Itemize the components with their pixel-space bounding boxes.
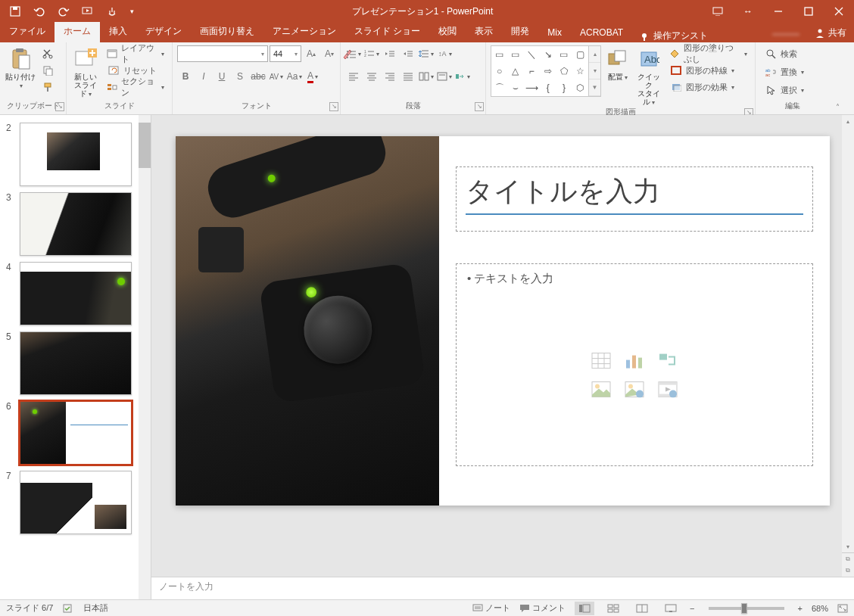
tab-animations[interactable]: アニメーション (263, 22, 345, 42)
underline-button[interactable]: U (214, 68, 230, 85)
arrange-button[interactable]: 配置 (604, 45, 632, 82)
numbering-button[interactable]: 12 (363, 45, 380, 62)
title-placeholder[interactable]: タイトルを入力 (456, 166, 813, 232)
line-spacing-button[interactable] (418, 45, 435, 62)
shape-effects-button[interactable]: 図形の効果 (665, 79, 750, 95)
font-color-button[interactable]: A (304, 68, 321, 85)
window-resize-button[interactable]: ↔ (733, 0, 763, 23)
comments-toggle[interactable]: コメント (519, 602, 566, 614)
quick-styles-button[interactable]: Abc クイック スタイル (635, 45, 663, 107)
thumb-slide-6[interactable]: 6 (0, 398, 151, 468)
bullets-button[interactable] (345, 45, 362, 62)
tab-transitions[interactable]: 画面切り替え (191, 22, 263, 42)
save-button[interactable] (5, 2, 26, 21)
insert-video-icon[interactable] (654, 378, 681, 401)
new-slide-button[interactable]: 新しい スライド (71, 45, 100, 98)
slide-canvas-area[interactable]: タイトルを入力 • テキストを入力 (151, 115, 854, 577)
select-button[interactable]: 選択 (760, 82, 807, 98)
redo-button[interactable] (53, 2, 74, 21)
thumb-scrollbar[interactable] (139, 115, 151, 599)
thumb-slide-2[interactable]: 2 (0, 120, 151, 189)
zoom-slider[interactable] (709, 607, 784, 610)
text-direction-button[interactable]: ↕A (436, 45, 453, 62)
tell-me-search[interactable]: 操作アシスト (632, 30, 715, 42)
slide-canvas[interactable]: タイトルを入力 • テキストを入力 (176, 136, 830, 506)
slideshow-view-button[interactable] (661, 602, 681, 615)
tab-review[interactable]: 校閲 (429, 22, 466, 42)
tab-home[interactable]: ホーム (55, 22, 100, 42)
start-from-beginning-button[interactable] (77, 2, 98, 21)
tab-slideshow[interactable]: スライド ショー (345, 22, 429, 42)
strikethrough-button[interactable]: abc (250, 68, 266, 85)
undo-button[interactable] (29, 2, 50, 21)
thumb-slide-4[interactable]: 4 (0, 259, 151, 328)
insert-table-icon[interactable] (588, 350, 615, 372)
italic-button[interactable]: I (195, 68, 212, 85)
tab-acrobat[interactable]: ACROBAT (571, 24, 632, 42)
shape-outline-button[interactable]: 図形の枠線 (665, 62, 750, 79)
insert-online-picture-icon[interactable] (621, 378, 648, 401)
thumb-slide-3[interactable]: 3 (0, 189, 151, 259)
tab-file[interactable]: ファイル (0, 22, 55, 42)
smartart-button[interactable] (454, 68, 471, 85)
decrease-indent-button[interactable] (382, 45, 398, 62)
decrease-font-button[interactable]: A▾ (321, 45, 338, 62)
tab-developer[interactable]: 開発 (502, 22, 538, 42)
language-label[interactable]: 日本語 (83, 602, 108, 614)
format-painter-button[interactable] (39, 79, 56, 95)
normal-view-button[interactable] (575, 602, 594, 615)
paste-button[interactable]: 貼り付け (5, 45, 36, 90)
close-button[interactable] (824, 0, 854, 23)
tab-design[interactable]: デザイン (136, 22, 191, 42)
align-text-button[interactable] (436, 68, 453, 85)
textbox-shape-icon[interactable]: ▭ (491, 46, 507, 63)
copy-button[interactable] (39, 62, 56, 79)
align-center-button[interactable] (363, 68, 380, 85)
reading-view-button[interactable] (632, 602, 652, 615)
layout-button[interactable]: レイアウト (103, 45, 167, 62)
touch-mode-button[interactable] (101, 2, 123, 21)
find-button[interactable]: 検索 (760, 45, 800, 62)
bold-button[interactable]: B (177, 68, 194, 85)
fit-to-window-button[interactable] (837, 604, 848, 613)
account-name[interactable]: ——— (765, 26, 807, 42)
share-button[interactable]: 共有 (807, 23, 854, 42)
shapes-gallery[interactable]: ▭▭＼↘▭▢ ○△⌐⇨⬠☆ ⌒⌣⟶{}⬡ (491, 45, 589, 97)
thumb-slide-5[interactable]: 5 (0, 328, 151, 398)
align-right-button[interactable] (382, 68, 398, 85)
increase-indent-button[interactable] (400, 45, 416, 62)
zoom-out-button[interactable]: − (690, 604, 694, 613)
tab-view[interactable]: 表示 (466, 22, 502, 42)
qat-customize-button[interactable]: ▾ (126, 2, 138, 21)
insert-chart-icon[interactable] (621, 350, 648, 372)
slide-image[interactable] (176, 136, 439, 506)
paragraph-dialog-launcher[interactable]: ↘ (475, 102, 484, 111)
shapes-gallery-scroll[interactable]: ▴▾▼ (589, 45, 601, 97)
replace-button[interactable]: abac置換 (760, 64, 807, 80)
cut-button[interactable] (39, 45, 56, 62)
zoom-in-button[interactable]: + (798, 604, 803, 613)
char-spacing-button[interactable]: AV (268, 68, 285, 85)
slide-sorter-view-button[interactable] (603, 602, 623, 615)
notes-toggle[interactable]: ノート (472, 602, 510, 614)
minimize-button[interactable] (763, 0, 793, 23)
collapse-ribbon-button[interactable]: ˄ (836, 103, 840, 111)
justify-button[interactable] (400, 68, 416, 85)
font-size-combo[interactable]: 44▾ (270, 45, 301, 62)
increase-font-button[interactable]: A▴ (303, 45, 319, 62)
notes-pane[interactable]: ノートを入力 (151, 577, 854, 599)
thumb-slide-7[interactable]: 7 (0, 468, 151, 537)
insert-picture-icon[interactable] (588, 378, 615, 401)
shape-fill-button[interactable]: 図形の塗りつぶし (665, 45, 750, 62)
spell-check-icon[interactable] (62, 603, 74, 614)
font-dialog-launcher[interactable]: ↘ (329, 102, 338, 111)
align-left-button[interactable] (345, 68, 362, 85)
ribbon-display-options-button[interactable] (703, 0, 733, 23)
tab-insert[interactable]: 挿入 (100, 22, 136, 42)
clipboard-dialog-launcher[interactable]: ↘ (55, 102, 64, 111)
shadow-button[interactable]: S (232, 68, 248, 85)
editor-vscrollbar[interactable]: ▴▾ ⧉⧉ (842, 115, 854, 577)
columns-button[interactable] (418, 68, 435, 85)
slide-counter[interactable]: スライド 6/7 (6, 602, 53, 614)
maximize-button[interactable] (793, 0, 824, 23)
